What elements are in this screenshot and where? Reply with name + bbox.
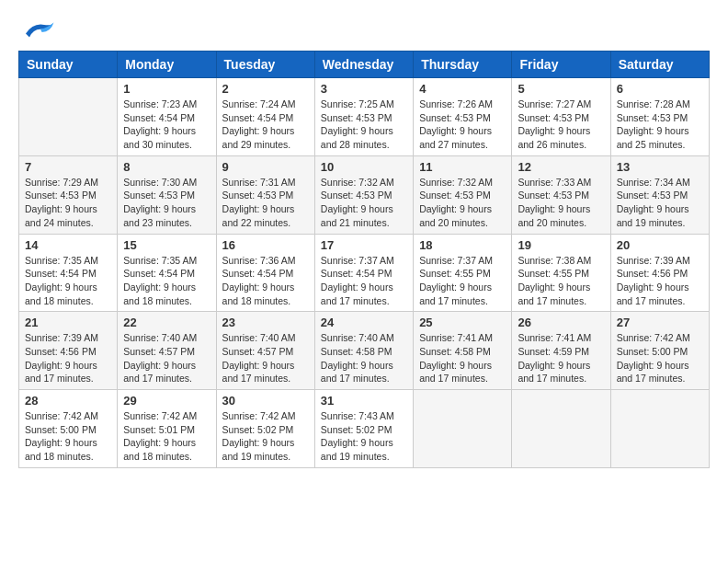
day-number: 25 — [419, 316, 506, 329]
day-number: 22 — [123, 316, 210, 329]
calendar-cell: 2Sunrise: 7:24 AMSunset: 4:54 PMDaylight… — [216, 78, 314, 156]
day-number: 15 — [123, 238, 210, 252]
day-info: Sunrise: 7:41 AMSunset: 4:58 PMDaylight:… — [419, 331, 506, 385]
day-number: 2 — [222, 82, 309, 96]
day-number: 28 — [25, 394, 111, 408]
day-info: Sunrise: 7:25 AMSunset: 4:53 PMDaylight:… — [321, 98, 407, 152]
day-number: 24 — [321, 316, 407, 329]
day-number: 26 — [518, 316, 604, 329]
day-info: Sunrise: 7:35 AMSunset: 4:54 PMDaylight:… — [123, 254, 210, 308]
day-number: 12 — [518, 160, 604, 174]
calendar-cell: 24Sunrise: 7:40 AMSunset: 4:58 PMDayligh… — [314, 312, 413, 390]
day-info: Sunrise: 7:24 AMSunset: 4:54 PMDaylight:… — [222, 98, 309, 152]
day-number: 21 — [25, 316, 111, 329]
day-number: 30 — [222, 394, 309, 408]
calendar-cell: 11Sunrise: 7:32 AMSunset: 4:53 PMDayligh… — [414, 155, 512, 234]
day-of-week-header: Wednesday — [314, 52, 413, 78]
day-info: Sunrise: 7:32 AMSunset: 4:53 PMDaylight:… — [321, 176, 407, 230]
day-info: Sunrise: 7:35 AMSunset: 4:54 PMDaylight:… — [25, 254, 111, 308]
day-info: Sunrise: 7:41 AMSunset: 4:59 PMDaylight:… — [518, 331, 604, 385]
day-info: Sunrise: 7:42 AMSunset: 5:00 PMDaylight:… — [617, 331, 703, 385]
calendar-cell: 7Sunrise: 7:29 AMSunset: 4:53 PMDaylight… — [19, 155, 118, 234]
calendar-cell: 27Sunrise: 7:42 AMSunset: 5:00 PMDayligh… — [610, 312, 709, 390]
calendar-cell: 16Sunrise: 7:36 AMSunset: 4:54 PMDayligh… — [216, 234, 314, 312]
day-number: 7 — [25, 160, 111, 174]
day-info: Sunrise: 7:32 AMSunset: 4:53 PMDaylight:… — [419, 176, 506, 230]
day-info: Sunrise: 7:42 AMSunset: 5:02 PMDaylight:… — [222, 409, 309, 464]
calendar-cell: 29Sunrise: 7:42 AMSunset: 5:01 PMDayligh… — [118, 390, 216, 468]
day-info: Sunrise: 7:28 AMSunset: 4:53 PMDaylight:… — [617, 98, 703, 152]
day-info: Sunrise: 7:40 AMSunset: 4:57 PMDaylight:… — [123, 331, 210, 385]
day-number: 29 — [123, 394, 210, 408]
calendar-cell: 23Sunrise: 7:40 AMSunset: 4:57 PMDayligh… — [216, 312, 314, 390]
calendar-table: SundayMondayTuesdayWednesdayThursdayFrid… — [18, 51, 710, 468]
day-info: Sunrise: 7:34 AMSunset: 4:53 PMDaylight:… — [617, 176, 703, 230]
day-number: 13 — [617, 160, 703, 174]
logo-bird-icon — [18, 18, 55, 41]
calendar-cell: 9Sunrise: 7:31 AMSunset: 4:53 PMDaylight… — [216, 155, 314, 234]
day-number: 6 — [617, 82, 703, 96]
calendar-cell: 12Sunrise: 7:33 AMSunset: 4:53 PMDayligh… — [512, 155, 610, 234]
logo — [18, 18, 59, 41]
day-of-week-header: Sunday — [19, 52, 118, 78]
calendar-cell: 31Sunrise: 7:43 AMSunset: 5:02 PMDayligh… — [314, 390, 413, 468]
day-number: 19 — [518, 238, 604, 252]
day-info: Sunrise: 7:38 AMSunset: 4:55 PMDaylight:… — [518, 254, 604, 308]
calendar-cell: 17Sunrise: 7:37 AMSunset: 4:54 PMDayligh… — [314, 234, 413, 312]
calendar-cell: 3Sunrise: 7:25 AMSunset: 4:53 PMDaylight… — [314, 78, 413, 156]
calendar-cell — [19, 78, 118, 156]
calendar-week-row: 1Sunrise: 7:23 AMSunset: 4:54 PMDaylight… — [19, 78, 710, 156]
calendar-cell: 14Sunrise: 7:35 AMSunset: 4:54 PMDayligh… — [19, 234, 118, 312]
day-number: 31 — [321, 394, 407, 408]
day-of-week-header: Friday — [512, 52, 610, 78]
calendar-header-row: SundayMondayTuesdayWednesdayThursdayFrid… — [19, 52, 710, 78]
calendar-cell — [512, 390, 610, 468]
day-info: Sunrise: 7:42 AMSunset: 5:01 PMDaylight:… — [123, 409, 210, 464]
calendar-week-row: 14Sunrise: 7:35 AMSunset: 4:54 PMDayligh… — [19, 234, 710, 312]
day-number: 4 — [419, 82, 506, 96]
day-info: Sunrise: 7:26 AMSunset: 4:53 PMDaylight:… — [419, 98, 506, 152]
calendar-cell: 19Sunrise: 7:38 AMSunset: 4:55 PMDayligh… — [512, 234, 610, 312]
calendar-cell: 22Sunrise: 7:40 AMSunset: 4:57 PMDayligh… — [118, 312, 216, 390]
day-number: 1 — [123, 82, 210, 96]
calendar-cell: 15Sunrise: 7:35 AMSunset: 4:54 PMDayligh… — [118, 234, 216, 312]
calendar-cell: 20Sunrise: 7:39 AMSunset: 4:56 PMDayligh… — [610, 234, 709, 312]
day-info: Sunrise: 7:36 AMSunset: 4:54 PMDaylight:… — [222, 254, 309, 308]
calendar-week-row: 21Sunrise: 7:39 AMSunset: 4:56 PMDayligh… — [19, 312, 710, 390]
day-of-week-header: Thursday — [414, 52, 512, 78]
day-info: Sunrise: 7:40 AMSunset: 4:58 PMDaylight:… — [321, 331, 407, 385]
day-number: 17 — [321, 238, 407, 252]
day-of-week-header: Monday — [118, 52, 216, 78]
day-info: Sunrise: 7:37 AMSunset: 4:54 PMDaylight:… — [321, 254, 407, 308]
day-number: 8 — [123, 160, 210, 174]
day-info: Sunrise: 7:37 AMSunset: 4:55 PMDaylight:… — [419, 254, 506, 308]
day-number: 23 — [222, 316, 309, 329]
day-number: 18 — [419, 238, 506, 252]
day-info: Sunrise: 7:23 AMSunset: 4:54 PMDaylight:… — [123, 98, 210, 152]
day-info: Sunrise: 7:27 AMSunset: 4:53 PMDaylight:… — [518, 98, 604, 152]
calendar-cell: 1Sunrise: 7:23 AMSunset: 4:54 PMDaylight… — [118, 78, 216, 156]
day-info: Sunrise: 7:31 AMSunset: 4:53 PMDaylight:… — [222, 176, 309, 230]
calendar-cell: 26Sunrise: 7:41 AMSunset: 4:59 PMDayligh… — [512, 312, 610, 390]
calendar-cell: 25Sunrise: 7:41 AMSunset: 4:58 PMDayligh… — [414, 312, 512, 390]
calendar-cell: 8Sunrise: 7:30 AMSunset: 4:53 PMDaylight… — [118, 155, 216, 234]
calendar-cell: 6Sunrise: 7:28 AMSunset: 4:53 PMDaylight… — [610, 78, 709, 156]
calendar-cell: 5Sunrise: 7:27 AMSunset: 4:53 PMDaylight… — [512, 78, 610, 156]
day-info: Sunrise: 7:30 AMSunset: 4:53 PMDaylight:… — [123, 176, 210, 230]
day-number: 11 — [419, 160, 506, 174]
calendar-cell — [610, 390, 709, 468]
calendar-week-row: 7Sunrise: 7:29 AMSunset: 4:53 PMDaylight… — [19, 155, 710, 234]
day-number: 16 — [222, 238, 309, 252]
calendar-week-row: 28Sunrise: 7:42 AMSunset: 5:00 PMDayligh… — [19, 390, 710, 468]
day-info: Sunrise: 7:43 AMSunset: 5:02 PMDaylight:… — [321, 409, 407, 464]
day-of-week-header: Saturday — [610, 52, 709, 78]
calendar-cell: 28Sunrise: 7:42 AMSunset: 5:00 PMDayligh… — [19, 390, 118, 468]
day-number: 20 — [617, 238, 703, 252]
day-number: 14 — [25, 238, 111, 252]
day-info: Sunrise: 7:39 AMSunset: 4:56 PMDaylight:… — [25, 331, 111, 385]
day-info: Sunrise: 7:39 AMSunset: 4:56 PMDaylight:… — [617, 254, 703, 308]
day-number: 27 — [617, 316, 703, 329]
day-info: Sunrise: 7:42 AMSunset: 5:00 PMDaylight:… — [25, 409, 111, 464]
calendar-cell — [414, 390, 512, 468]
day-number: 3 — [321, 82, 407, 96]
